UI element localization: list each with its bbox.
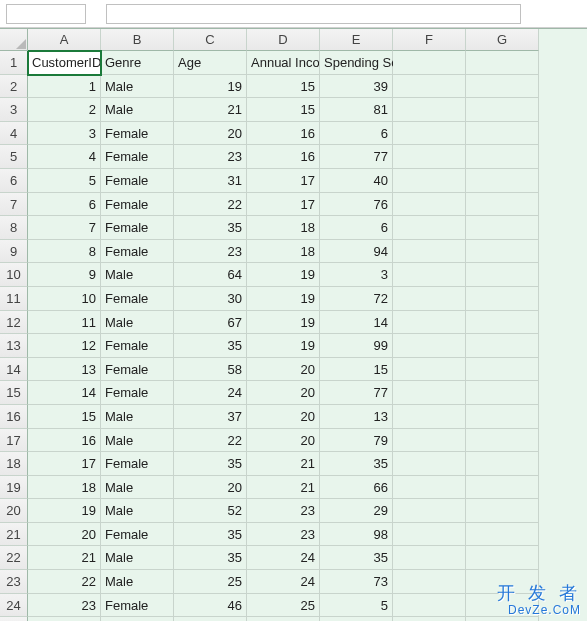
cell-F5[interactable] <box>393 145 466 169</box>
column-header-C[interactable]: C <box>174 29 247 51</box>
cell-F16[interactable] <box>393 405 466 429</box>
cell-A2[interactable]: 1 <box>28 75 101 99</box>
cell-E21[interactable]: 98 <box>320 523 393 547</box>
row-header[interactable]: 2 <box>0 75 28 99</box>
cell-G13[interactable] <box>466 334 539 358</box>
row-header[interactable]: 18 <box>0 452 28 476</box>
cell-F21[interactable] <box>393 523 466 547</box>
cell-C14[interactable]: 58 <box>174 358 247 382</box>
cell-E18[interactable]: 35 <box>320 452 393 476</box>
cell-G9[interactable] <box>466 240 539 264</box>
cell-G22[interactable] <box>466 546 539 570</box>
select-all-triangle-icon[interactable] <box>0 29 28 51</box>
cell-F15[interactable] <box>393 381 466 405</box>
cell-B2[interactable]: Male <box>101 75 174 99</box>
cell-G15[interactable] <box>466 381 539 405</box>
cell-E12[interactable]: 14 <box>320 311 393 335</box>
row-header[interactable]: 20 <box>0 499 28 523</box>
cell-B3[interactable]: Male <box>101 98 174 122</box>
cell-D19[interactable]: 21 <box>247 476 320 500</box>
row-header[interactable]: 1 <box>0 51 28 75</box>
cell-F11[interactable] <box>393 287 466 311</box>
formula-input[interactable] <box>106 4 521 24</box>
row-header[interactable]: 23 <box>0 570 28 594</box>
cell-C17[interactable]: 22 <box>174 429 247 453</box>
row-header[interactable]: 13 <box>0 334 28 358</box>
cell-B12[interactable]: Male <box>101 311 174 335</box>
cell-F7[interactable] <box>393 193 466 217</box>
cell-B11[interactable]: Female <box>101 287 174 311</box>
cell-B15[interactable]: Female <box>101 381 174 405</box>
column-header-B[interactable]: B <box>101 29 174 51</box>
column-header-F[interactable]: F <box>393 29 466 51</box>
row-header[interactable]: 16 <box>0 405 28 429</box>
row-header[interactable]: 25 <box>0 617 28 621</box>
row-header[interactable]: 10 <box>0 263 28 287</box>
cell-C7[interactable]: 22 <box>174 193 247 217</box>
cell-G14[interactable] <box>466 358 539 382</box>
cell-C23[interactable]: 25 <box>174 570 247 594</box>
row-header[interactable]: 17 <box>0 429 28 453</box>
cell-A7[interactable]: 6 <box>28 193 101 217</box>
cell-B5[interactable]: Female <box>101 145 174 169</box>
cell-C1[interactable]: Age <box>174 51 247 75</box>
cell-F12[interactable] <box>393 311 466 335</box>
cell-F20[interactable] <box>393 499 466 523</box>
column-header-A[interactable]: A <box>28 29 101 51</box>
cell-A8[interactable]: 7 <box>28 216 101 240</box>
cell-C12[interactable]: 67 <box>174 311 247 335</box>
cell-D17[interactable]: 20 <box>247 429 320 453</box>
cell-E6[interactable]: 40 <box>320 169 393 193</box>
cell-A3[interactable]: 2 <box>28 98 101 122</box>
cell-D5[interactable]: 16 <box>247 145 320 169</box>
cell-G24[interactable] <box>466 594 539 618</box>
column-header-G[interactable]: G <box>466 29 539 51</box>
cell-A18[interactable]: 17 <box>28 452 101 476</box>
cell-E23[interactable]: 73 <box>320 570 393 594</box>
cell-D7[interactable]: 17 <box>247 193 320 217</box>
cell-E5[interactable]: 77 <box>320 145 393 169</box>
cell-D16[interactable]: 20 <box>247 405 320 429</box>
cell-C3[interactable]: 21 <box>174 98 247 122</box>
cell-D1[interactable]: Annual Income <box>247 51 320 75</box>
row-header[interactable]: 8 <box>0 216 28 240</box>
cell-B18[interactable]: Female <box>101 452 174 476</box>
cell-E4[interactable]: 6 <box>320 122 393 146</box>
cell-F24[interactable] <box>393 594 466 618</box>
cell-F2[interactable] <box>393 75 466 99</box>
row-header[interactable]: 9 <box>0 240 28 264</box>
cell-A15[interactable]: 14 <box>28 381 101 405</box>
cell-F4[interactable] <box>393 122 466 146</box>
cell-F3[interactable] <box>393 98 466 122</box>
cell-B1[interactable]: Genre <box>101 51 174 75</box>
cell-G2[interactable] <box>466 75 539 99</box>
cell-D6[interactable]: 17 <box>247 169 320 193</box>
cell-E22[interactable]: 35 <box>320 546 393 570</box>
cell-D15[interactable]: 20 <box>247 381 320 405</box>
cell-C4[interactable]: 20 <box>174 122 247 146</box>
column-header-E[interactable]: E <box>320 29 393 51</box>
cell-C19[interactable]: 20 <box>174 476 247 500</box>
row-header[interactable]: 5 <box>0 145 28 169</box>
cell-F13[interactable] <box>393 334 466 358</box>
cell-D23[interactable]: 24 <box>247 570 320 594</box>
cell-F18[interactable] <box>393 452 466 476</box>
cell-A13[interactable]: 12 <box>28 334 101 358</box>
row-header[interactable]: 12 <box>0 311 28 335</box>
cell-C9[interactable]: 23 <box>174 240 247 264</box>
cell-B9[interactable]: Female <box>101 240 174 264</box>
cell-E1[interactable]: Spending Score (1-100) <box>320 51 393 75</box>
cell-E8[interactable]: 6 <box>320 216 393 240</box>
cell-F10[interactable] <box>393 263 466 287</box>
cell-G5[interactable] <box>466 145 539 169</box>
row-header[interactable]: 14 <box>0 358 28 382</box>
cell-D18[interactable]: 21 <box>247 452 320 476</box>
cell-C24[interactable]: 46 <box>174 594 247 618</box>
cell-E13[interactable]: 99 <box>320 334 393 358</box>
cell-D10[interactable]: 19 <box>247 263 320 287</box>
cell-G17[interactable] <box>466 429 539 453</box>
name-box[interactable] <box>6 4 86 24</box>
cell-E11[interactable]: 72 <box>320 287 393 311</box>
cell-B6[interactable]: Female <box>101 169 174 193</box>
cell-G20[interactable] <box>466 499 539 523</box>
